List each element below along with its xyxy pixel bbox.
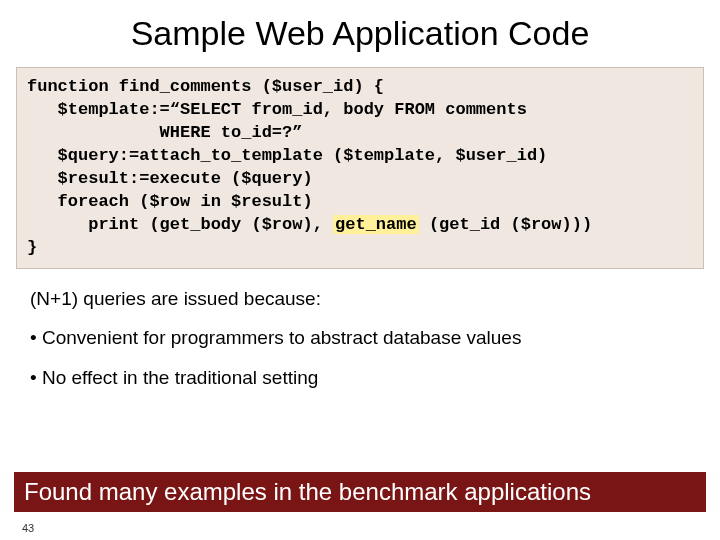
code-line-2: $template:=“SELECT from_id, body FROM co… <box>27 100 527 119</box>
slide: Sample Web Application Code function fin… <box>0 0 720 540</box>
bullet-2: • No effect in the traditional setting <box>30 366 690 390</box>
code-line-5: $result:=execute ($query) <box>27 169 313 188</box>
code-highlight-getname: get_name <box>333 215 419 234</box>
body-text: (N+1) queries are issued because: • Conv… <box>0 269 720 390</box>
code-line-7a: print (get_body ($row), <box>27 215 333 234</box>
code-line-8: } <box>27 238 37 257</box>
code-line-3: WHERE to_id=?” <box>27 123 302 142</box>
code-line-1b: find_comments ($user_id) { <box>109 77 384 96</box>
code-line-7b: (get_id ($row))) <box>419 215 592 234</box>
footer-banner: Found many examples in the benchmark app… <box>14 472 706 512</box>
code-kw-function: function <box>27 77 109 96</box>
page-number: 43 <box>22 522 34 534</box>
slide-title: Sample Web Application Code <box>0 0 720 63</box>
code-block: function find_comments ($user_id) { $tem… <box>16 67 704 269</box>
code-line-4: $query:=attach_to_template ($template, $… <box>27 146 547 165</box>
intro-text: (N+1) queries are issued because: <box>30 287 690 311</box>
bullet-1: • Convenient for programmers to abstract… <box>30 326 690 350</box>
code-line-6: foreach ($row in $result) <box>27 192 313 211</box>
